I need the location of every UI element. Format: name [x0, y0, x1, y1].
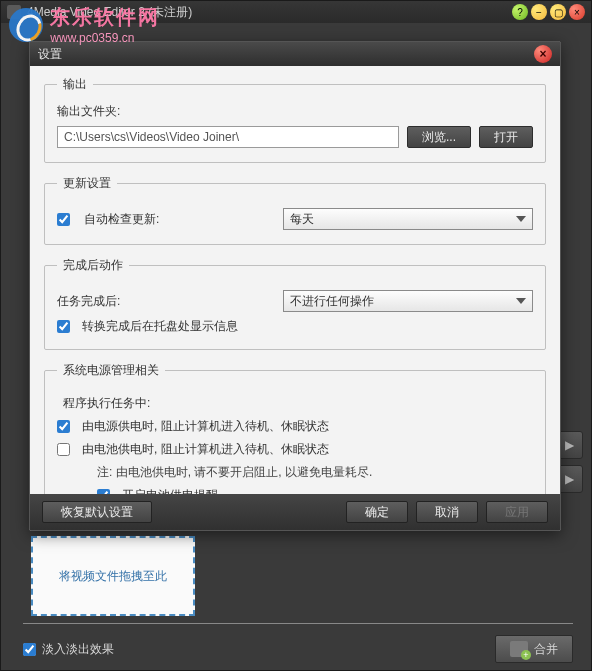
ac-checkbox[interactable]	[57, 420, 70, 433]
chevron-down-icon	[516, 216, 526, 222]
tray-checkbox[interactable]	[57, 320, 70, 333]
after-action-select[interactable]: 不进行任何操作	[283, 290, 533, 312]
after-label: 任务完成后:	[57, 293, 120, 310]
dialog-close-button[interactable]: ×	[534, 45, 552, 63]
after-section: 完成后动作 任务完成后: 不进行任何操作 转换完成后在托盘处显示信息	[44, 257, 546, 350]
fade-checkbox[interactable]	[23, 643, 36, 656]
ok-button[interactable]: 确定	[346, 501, 408, 523]
output-section: 输出 输出文件夹: 浏览... 打开	[44, 76, 546, 163]
app-title: 4Media Video Editor 2 (未注册)	[27, 4, 192, 21]
dialog-title: 设置	[38, 46, 62, 63]
merge-icon	[510, 641, 528, 657]
output-legend: 输出	[57, 76, 93, 93]
app-icon	[7, 5, 21, 19]
after-action-value: 不进行任何操作	[290, 293, 374, 310]
battery-label: 由电池供电时, 阻止计算机进入待机、休眠状态	[82, 441, 329, 458]
ac-label: 由电源供电时, 阻止计算机进入待机、休眠状态	[82, 418, 329, 435]
after-legend: 完成后动作	[57, 257, 129, 274]
maximize-button[interactable]: ▢	[550, 4, 566, 20]
browse-button[interactable]: 浏览...	[407, 126, 471, 148]
dropzone-label: 将视频文件拖拽至此	[59, 568, 167, 585]
fade-label: 淡入淡出效果	[42, 641, 114, 658]
output-folder-label: 输出文件夹:	[57, 103, 533, 120]
minimize-button[interactable]: −	[531, 4, 547, 20]
battery-note: 注: 由电池供电时, 请不要开启阻止, 以避免电量耗尽.	[97, 464, 533, 481]
battery-checkbox[interactable]	[57, 443, 70, 456]
dropzone[interactable]: 将视频文件拖拽至此	[31, 536, 195, 616]
merge-label: 合并	[534, 641, 558, 658]
auto-check-label: 自动检查更新:	[84, 211, 159, 228]
main-window: 4Media Video Editor 2 (未注册) ? − ▢ × 东乐软件…	[0, 0, 592, 671]
update-legend: 更新设置	[57, 175, 117, 192]
dialog-footer: 恢复默认设置 确定 取消 应用	[30, 494, 560, 530]
separator	[23, 623, 573, 624]
dialog-titlebar: 设置 ×	[30, 42, 560, 66]
auto-check-checkbox[interactable]	[57, 213, 70, 226]
bottom-bar: 淡入淡出效果 合并	[23, 635, 573, 663]
power-running-label: 程序执行任务中:	[63, 395, 150, 412]
power-legend: 系统电源管理相关	[57, 362, 165, 379]
update-section: 更新设置 自动检查更新: 每天	[44, 175, 546, 245]
update-interval-value: 每天	[290, 211, 314, 228]
open-button[interactable]: 打开	[479, 126, 533, 148]
update-interval-select[interactable]: 每天	[283, 208, 533, 230]
close-button[interactable]: ×	[569, 4, 585, 20]
cancel-button[interactable]: 取消	[416, 501, 478, 523]
tray-label: 转换完成后在托盘处显示信息	[82, 318, 238, 335]
output-folder-input[interactable]	[57, 126, 399, 148]
apply-button[interactable]: 应用	[486, 501, 548, 523]
chevron-down-icon	[516, 298, 526, 304]
restore-defaults-button[interactable]: 恢复默认设置	[42, 501, 152, 523]
merge-button[interactable]: 合并	[495, 635, 573, 663]
help-button[interactable]: ?	[512, 4, 528, 20]
settings-dialog: 设置 × 输出 输出文件夹: 浏览... 打开 更新设置 自动检查更新:	[29, 41, 561, 531]
titlebar: 4Media Video Editor 2 (未注册) ? − ▢ ×	[1, 1, 591, 23]
